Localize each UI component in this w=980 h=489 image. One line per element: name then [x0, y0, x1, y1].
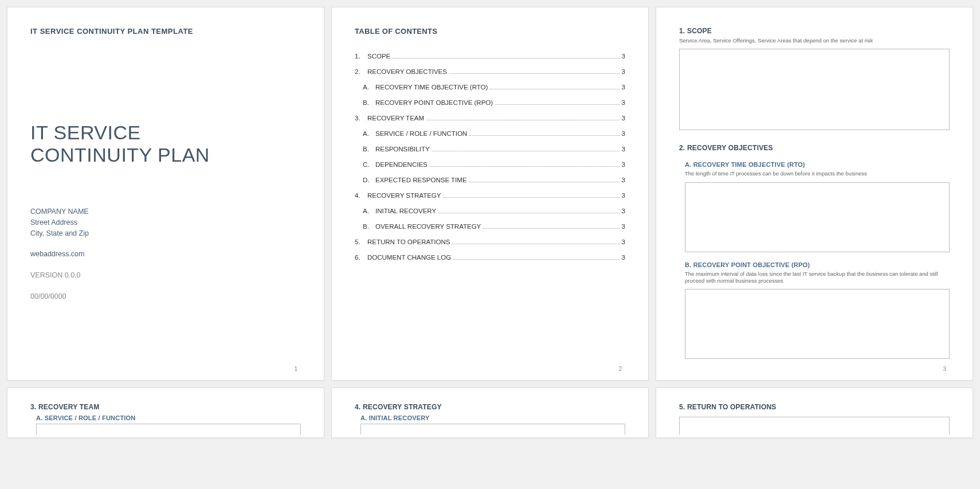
city-state-zip: City, State and Zip [30, 228, 301, 239]
toc-page-ref: 3 [622, 99, 625, 106]
toc-label: OVERALL RECOVERY STRATEGY [375, 223, 481, 230]
toc-row: D.EXPECTED RESPONSE TIME3 [355, 177, 625, 184]
toc-number: 2. [355, 68, 367, 75]
recovery-strategy-input-box[interactable] [360, 424, 625, 435]
toc-number: B. [363, 146, 375, 152]
toc-number: 6. [355, 254, 367, 261]
toc-label: RETURN TO OPERATIONS [367, 238, 450, 245]
company-block: COMPANY NAME Street Address City, State … [30, 206, 301, 302]
toc-row: B.RESPONSIBILITY3 [355, 146, 625, 153]
toc-page-ref: 3 [622, 115, 625, 122]
toc-dots [430, 166, 620, 167]
web-address: webaddress.com [30, 249, 301, 260]
document-pages-grid: IT SERVICE CONTINUITY PLAN TEMPLATE IT S… [7, 7, 973, 438]
toc-dots [495, 104, 619, 105]
toc-dots [490, 89, 619, 89]
toc-number: 1. [355, 53, 367, 60]
toc-number: A. [363, 84, 375, 91]
scope-section: 1. SCOPE Service Area, Service Offerings… [679, 27, 950, 130]
recovery-objectives-section: 2. RECOVERY OBJECTIVES A. RECOVERY TIME … [679, 144, 950, 359]
page-3-content: 1. SCOPE Service Area, Service Offerings… [656, 7, 973, 381]
toc-row: 3.RECOVERY TEAM3 [355, 115, 625, 122]
toc-label: RESPONSIBILITY [375, 146, 430, 152]
toc-label: SERVICE / ROLE / FUNCTION [375, 130, 467, 137]
document-title: IT SERVICE CONTINUITY PLAN [30, 122, 301, 166]
toc-page-ref: 3 [622, 208, 625, 214]
recovery-objectives-title: 2. RECOVERY OBJECTIVES [679, 144, 950, 152]
toc-label: EXPECTED RESPONSE TIME [375, 177, 467, 183]
page-number: 2 [618, 366, 622, 372]
company-name: COMPANY NAME [30, 206, 301, 217]
toc-page-ref: 3 [622, 130, 625, 137]
toc-row: A.SERVICE / ROLE / FUNCTION3 [355, 130, 625, 138]
toc-row: 2.RECOVERY OBJECTIVES3 [355, 68, 625, 76]
toc-label: RECOVERY TEAM [367, 115, 424, 122]
toc-label: DEPENDENCIES [375, 161, 428, 168]
toc-label: RECOVERY OBJECTIVES [367, 68, 447, 75]
version-label: VERSION 0.0.0 [30, 270, 301, 281]
toc-row: A.INITIAL RECOVERY3 [355, 208, 625, 215]
toc-page-ref: 3 [622, 53, 625, 60]
page-1-cover: IT SERVICE CONTINUITY PLAN TEMPLATE IT S… [7, 7, 324, 381]
toc-number: 3. [355, 115, 367, 122]
toc-page-ref: 3 [622, 254, 625, 261]
title-line-1: IT SERVICE [30, 122, 141, 143]
toc-row: B.RECOVERY POINT OBJECTIVE (RPO)3 [355, 99, 625, 107]
page-4-partial: 3. RECOVERY TEAM A. SERVICE / ROLE / FUN… [7, 388, 324, 438]
toc-page-ref: 3 [622, 238, 625, 245]
service-role-function-title: A. SERVICE / ROLE / FUNCTION [36, 414, 301, 421]
toc-dots [438, 213, 620, 213]
toc-title: TABLE OF CONTENTS [355, 27, 625, 36]
toc-dots [453, 259, 619, 260]
toc-list: 1.SCOPE32.RECOVERY OBJECTIVES3A.RECOVERY… [355, 53, 625, 261]
toc-number: B. [363, 223, 375, 230]
page-number: 3 [943, 366, 946, 372]
toc-number: B. [363, 99, 375, 106]
toc-page-ref: 3 [622, 68, 625, 75]
toc-number: 4. [355, 192, 367, 199]
toc-dots [452, 244, 619, 244]
toc-page-ref: 3 [622, 146, 625, 152]
toc-page-ref: 3 [622, 161, 625, 168]
toc-number: 5. [355, 238, 367, 245]
toc-label: RECOVERY TIME OBJECTIVE (RTO) [375, 84, 488, 91]
toc-row: B.OVERALL RECOVERY STRATEGY3 [355, 223, 625, 230]
rto-title: A. RECOVERY TIME OBJECTIVE (RTO) [685, 161, 950, 168]
toc-row: A.RECOVERY TIME OBJECTIVE (RTO)3 [355, 84, 625, 91]
toc-number: A. [363, 130, 375, 137]
toc-page-ref: 3 [622, 84, 625, 91]
initial-recovery-title: A. INITIAL RECOVERY [360, 414, 625, 421]
toc-label: SCOPE [367, 53, 390, 60]
toc-dots [483, 228, 619, 229]
toc-dots [449, 73, 620, 74]
toc-page-ref: 3 [622, 192, 625, 199]
rto-desc: The length of time IT processes can be d… [685, 170, 950, 177]
page-number: 1 [294, 366, 297, 372]
rpo-input-box[interactable] [685, 289, 950, 359]
return-to-operations-title: 5. RETURN TO OPERATIONS [679, 403, 950, 411]
title-line-2: CONTINUITY PLAN [30, 144, 210, 166]
scope-input-box[interactable] [679, 49, 950, 130]
toc-dots [393, 58, 619, 58]
toc-page-ref: 3 [622, 177, 625, 183]
return-to-operations-input-box[interactable] [679, 417, 950, 435]
rpo-desc: The maximum interval of data loss since … [685, 271, 950, 285]
toc-label: RECOVERY POINT OBJECTIVE (RPO) [375, 99, 493, 106]
street-address: Street Address [30, 217, 301, 228]
toc-row: 5.RETURN TO OPERATIONS3 [355, 238, 625, 246]
toc-label: INITIAL RECOVERY [375, 208, 436, 214]
toc-number: A. [363, 208, 375, 214]
scope-title: 1. SCOPE [679, 27, 950, 35]
template-label: IT SERVICE CONTINUITY PLAN TEMPLATE [30, 27, 301, 36]
scope-desc: Service Area, Service Offerings, Service… [679, 37, 950, 44]
recovery-strategy-title: 4. RECOVERY STRATEGY [355, 403, 625, 411]
recovery-team-input-box[interactable] [36, 424, 301, 435]
toc-label: RECOVERY STRATEGY [367, 192, 441, 199]
toc-page-ref: 3 [622, 223, 625, 230]
page-6-partial: 5. RETURN TO OPERATIONS [656, 388, 973, 438]
toc-dots [443, 197, 619, 198]
recovery-team-title: 3. RECOVERY TEAM [30, 403, 301, 411]
rto-input-box[interactable] [685, 182, 950, 252]
toc-number: D. [363, 177, 375, 183]
rpo-title: B. RECOVERY POINT OBJECTIVE (RPO) [685, 261, 950, 268]
